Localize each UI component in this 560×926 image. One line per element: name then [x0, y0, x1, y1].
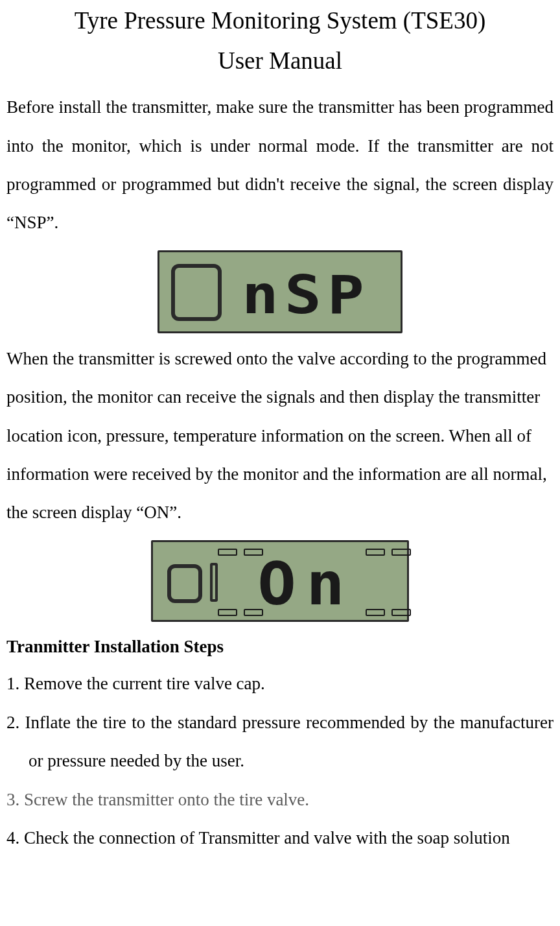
tire-bar-icon: [218, 609, 237, 616]
lcd-nsp-text: nSP: [242, 264, 370, 326]
tire-bar-icon: [218, 549, 237, 556]
lcd-tire-icon: [171, 264, 222, 321]
step-1: 1. Remove the current tire valve cap.: [6, 665, 554, 703]
intro-paragraph-2: When the transmitter is screwed onto the…: [6, 340, 554, 532]
intro-paragraph-1: Before install the transmitter, make sur…: [6, 88, 554, 243]
section-heading-installation: Tranmitter Installation Steps: [6, 628, 554, 665]
tire-bar-icon: [366, 549, 385, 556]
tire-bar-icon: [391, 549, 411, 556]
lcd-display-on-container: On: [6, 540, 554, 622]
step-2: 2. Inflate the tire to the standard pres…: [6, 704, 554, 781]
lcd-on-text: On: [257, 550, 355, 618]
step-4: 4. Check the connection of Transmitter a…: [6, 819, 554, 857]
lcd-display-nsp: nSP: [158, 250, 402, 333]
lcd-tire-icon: [167, 564, 202, 603]
lcd-display-nsp-container: nSP: [6, 250, 554, 333]
lcd-bar-icon: [210, 563, 218, 602]
tire-bar-icon: [366, 609, 385, 616]
step-3: 3. Screw the transmitter onto the tire v…: [6, 781, 554, 819]
lcd-display-on: On: [151, 540, 409, 622]
document-subtitle: User Manual: [6, 45, 554, 77]
tire-bar-icon: [391, 609, 411, 616]
document-title: Tyre Pressure Monitoring System (TSE30): [6, 5, 554, 36]
